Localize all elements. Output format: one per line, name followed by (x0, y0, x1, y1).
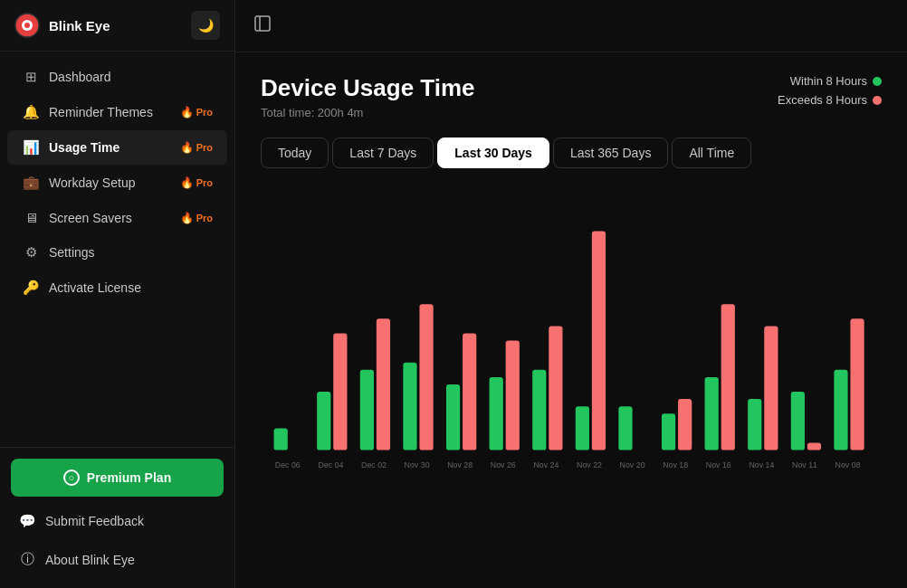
bar-green (360, 370, 374, 450)
bar-red (678, 399, 692, 450)
bar-red (807, 443, 821, 450)
reminder-themes-label: Reminder Themes (49, 105, 171, 119)
nav-list: ⊞Dashboard🔔Reminder Themes🔥 Pro📊Usage Ti… (0, 52, 234, 447)
about-icon: ⓘ (18, 551, 36, 568)
activate-license-label: Activate License (49, 280, 213, 295)
bar-green (748, 399, 761, 450)
bar-red (592, 231, 606, 450)
bar-red (850, 318, 864, 450)
sidebar-item-activate-license[interactable]: 🔑Activate License (7, 270, 227, 305)
chart-label: Dec 02 (361, 460, 387, 469)
bar-red (549, 326, 562, 450)
sidebar-bottom: ○ Premium Plan 💬 Submit Feedback ⓘ About… (0, 447, 234, 588)
page-header: Device Usage Time Total time: 200h 4m Wi… (261, 74, 882, 119)
bar-green (446, 384, 460, 450)
screen-savers-icon: 🖥 (22, 210, 40, 225)
tab-last365[interactable]: Last 365 Days (553, 138, 669, 168)
chart-label: Nov 08 (835, 460, 861, 469)
chart-label: Nov 20 (620, 460, 645, 469)
dashboard-icon: ⊞ (22, 69, 40, 85)
bar-green (317, 392, 330, 450)
app-title: Blink Eye (49, 18, 110, 33)
workday-setup-label: Workday Setup (49, 175, 171, 190)
within-dot (873, 77, 882, 86)
about-label: About Blink Eye (45, 553, 135, 567)
bar-green (662, 413, 675, 450)
exceeds-label: Exceeds 8 Hours (778, 93, 867, 107)
sidebar-item-settings[interactable]: ⚙Settings (7, 235, 227, 270)
sidebar-toggle-button[interactable] (250, 11, 275, 41)
bar-green (576, 406, 589, 450)
workday-setup-pro-badge: 🔥 Pro (180, 176, 213, 189)
sidebar-item-usage-time[interactable]: 📊Usage Time🔥 Pro (7, 130, 227, 165)
chart-label: Nov 26 (491, 460, 516, 469)
sidebar-item-reminder-themes[interactable]: 🔔Reminder Themes🔥 Pro (7, 95, 227, 129)
sidebar-item-dashboard[interactable]: ⊞Dashboard (7, 60, 227, 94)
bar-red (764, 326, 778, 450)
usage-time-icon: 📊 (22, 139, 40, 156)
chart-label: Nov 24 (533, 460, 559, 469)
page-title-block: Device Usage Time Total time: 200h 4m (261, 74, 475, 119)
chart-label: Nov 16 (706, 460, 731, 469)
usage-time-pro-badge: 🔥 Pro (180, 141, 213, 154)
content-area: Device Usage Time Total time: 200h 4m Wi… (235, 52, 907, 588)
dashboard-label: Dashboard (49, 70, 213, 84)
chart-container: Dec 06Dec 04Dec 02Nov 30Nov 28Nov 26Nov … (261, 190, 882, 498)
submit-feedback-item[interactable]: 💬 Submit Feedback (11, 504, 224, 538)
settings-label: Settings (49, 245, 213, 260)
sidebar-item-workday-setup[interactable]: 💼Workday Setup🔥 Pro (7, 166, 227, 200)
chart-label: Nov 18 (663, 460, 688, 469)
bar-green (834, 370, 847, 450)
workday-setup-icon: 💼 (22, 175, 40, 191)
sidebar-header: Blink Eye 🌙 (0, 0, 234, 52)
page-subtitle: Total time: 200h 4m (261, 106, 475, 119)
time-range-tabs: TodayLast 7 DaysLast 30 DaysLast 365 Day… (261, 138, 882, 168)
svg-point-2 (24, 23, 30, 28)
legend-within: Within 8 Hours (790, 74, 882, 88)
bar-red (506, 341, 520, 450)
bar-red (377, 318, 390, 450)
bar-chart: Dec 06Dec 04Dec 02Nov 30Nov 28Nov 26Nov … (261, 190, 882, 498)
settings-icon: ⚙ (22, 244, 40, 261)
premium-plan-label: Premium Plan (87, 470, 171, 485)
reminder-themes-pro-badge: 🔥 Pro (180, 106, 213, 119)
chart-label: Nov 22 (577, 460, 602, 469)
dark-mode-button[interactable]: 🌙 (191, 11, 220, 40)
tab-alltime[interactable]: All Time (672, 138, 751, 168)
bar-green (274, 428, 288, 450)
tab-last7[interactable]: Last 7 Days (332, 138, 434, 168)
svg-rect-3 (255, 16, 270, 31)
sidebar-item-screen-savers[interactable]: 🖥Screen Savers🔥 Pro (7, 201, 227, 234)
screen-savers-pro-badge: 🔥 Pro (180, 212, 213, 224)
bar-green (705, 377, 719, 450)
app-logo-area: Blink Eye (14, 13, 110, 38)
app-logo-icon (14, 13, 40, 38)
premium-plan-button[interactable]: ○ Premium Plan (11, 459, 224, 497)
chart-label: Nov 14 (749, 460, 774, 469)
feedback-icon: 💬 (18, 513, 36, 529)
bar-red (419, 304, 433, 450)
main-toolbar (235, 0, 907, 52)
submit-feedback-label: Submit Feedback (45, 514, 144, 528)
activate-license-icon: 🔑 (22, 280, 40, 296)
legend-exceeds: Exceeds 8 Hours (778, 93, 882, 107)
chart-legend: Within 8 Hours Exceeds 8 Hours (778, 74, 882, 107)
about-item[interactable]: ⓘ About Blink Eye (11, 542, 224, 577)
tab-today[interactable]: Today (261, 138, 329, 168)
chart-label: Dec 04 (318, 460, 343, 469)
bar-green (532, 370, 546, 450)
page-title: Device Usage Time (261, 74, 475, 102)
bar-green (618, 406, 632, 450)
bar-green (403, 363, 416, 450)
within-label: Within 8 Hours (790, 74, 867, 88)
bar-red (333, 333, 347, 450)
sidebar: Blink Eye 🌙 ⊞Dashboard🔔Reminder Themes🔥 … (0, 0, 235, 588)
chart-label: Dec 06 (275, 460, 301, 469)
bar-green (490, 377, 503, 450)
chart-label: Nov 28 (447, 460, 473, 469)
usage-time-label: Usage Time (49, 140, 171, 155)
chart-label: Nov 11 (792, 460, 817, 469)
tab-last30[interactable]: Last 30 Days (437, 138, 549, 168)
bar-red (721, 304, 735, 450)
premium-circle-icon: ○ (63, 469, 80, 486)
